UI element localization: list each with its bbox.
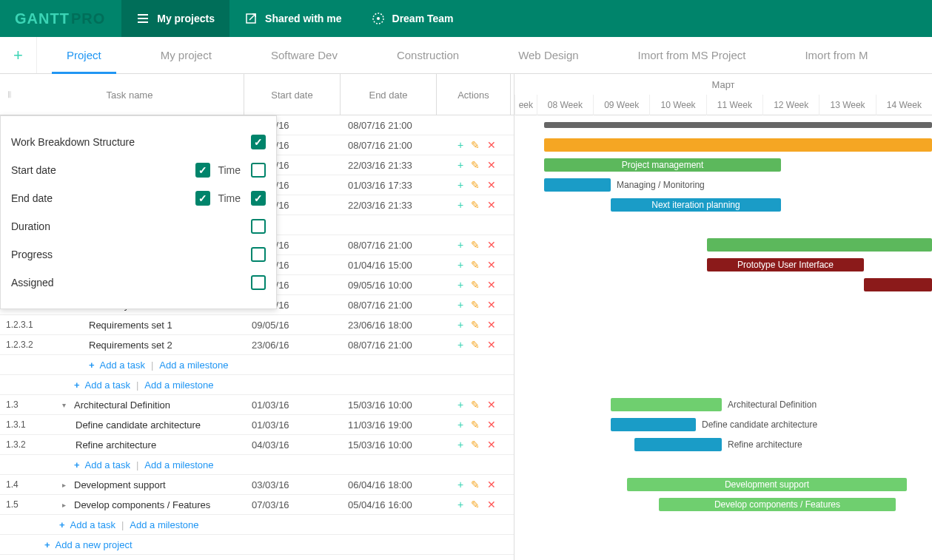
add-subtask-icon[interactable]: + [457, 479, 463, 490]
task-name-cell[interactable]: ▸Develop components / Features [44, 499, 247, 510]
add-subtask-icon[interactable]: + [457, 439, 463, 451]
gantt-bar[interactable]: Architectural Definition [611, 398, 722, 411]
gantt-bar[interactable]: Development support [627, 478, 907, 491]
delete-icon[interactable]: ✕ [487, 339, 496, 351]
add-milestone-link[interactable]: Add a milestone [130, 519, 198, 530]
delete-icon[interactable]: ✕ [487, 319, 496, 331]
delete-icon[interactable]: ✕ [487, 499, 496, 510]
add-task-link[interactable]: + Add a task [74, 379, 130, 391]
edit-icon[interactable]: ✎ [471, 179, 480, 191]
task-name-cell[interactable]: Requirements set 2 [44, 340, 247, 351]
edit-icon[interactable]: ✎ [471, 479, 480, 490]
delete-icon[interactable]: ✕ [487, 179, 496, 191]
task-name-cell[interactable]: Requirements set 1 [44, 320, 247, 331]
delete-icon[interactable]: ✕ [487, 159, 496, 171]
tab-project[interactable]: Project [37, 37, 131, 73]
add-tab-button[interactable]: + [0, 37, 37, 73]
add-task-link[interactable]: + Add a new project [44, 539, 133, 550]
add-milestone-link[interactable]: Add a milestone [159, 360, 228, 371]
edit-icon[interactable]: ✎ [471, 259, 480, 271]
nav-dream-team[interactable]: Dream Team [357, 0, 469, 37]
gantt-bar[interactable] [544, 138, 932, 152]
edit-icon[interactable]: ✎ [471, 279, 480, 291]
checkbox[interactable] [195, 191, 210, 206]
add-subtask-icon[interactable]: + [457, 399, 463, 411]
delete-icon[interactable]: ✕ [487, 259, 496, 271]
add-subtask-icon[interactable]: + [457, 419, 463, 431]
delete-icon[interactable]: ✕ [487, 239, 496, 251]
task-name-cell[interactable]: ▸Development support [44, 479, 247, 490]
checkbox[interactable] [251, 163, 266, 178]
delete-icon[interactable]: ✕ [487, 399, 496, 411]
add-subtask-icon[interactable]: + [457, 179, 463, 191]
edit-icon[interactable]: ✎ [471, 419, 480, 431]
checkbox[interactable] [251, 247, 266, 262]
checkbox[interactable] [251, 219, 266, 234]
edit-icon[interactable]: ✎ [471, 199, 480, 211]
gantt-bar[interactable] [707, 238, 932, 252]
tab-web-design[interactable]: Web Design [489, 37, 608, 73]
add-task-link[interactable]: + Add a task [59, 519, 115, 530]
add-subtask-icon[interactable]: + [457, 259, 463, 271]
add-task-link[interactable]: + Add a task [89, 360, 145, 371]
add-subtask-icon[interactable]: + [457, 499, 463, 510]
checkbox[interactable] [251, 191, 266, 206]
add-subtask-icon[interactable]: + [457, 299, 463, 311]
gantt-bar[interactable]: Refine architecture [634, 438, 722, 451]
add-subtask-icon[interactable]: + [457, 339, 463, 351]
edit-icon[interactable]: ✎ [471, 139, 480, 151]
chevron-down-icon[interactable]: ▾ [62, 401, 71, 409]
checkbox[interactable] [251, 275, 266, 290]
task-name-cell[interactable]: Refine architecture [44, 439, 247, 451]
gantt-bar[interactable]: Next iteration planning [611, 198, 781, 212]
gantt-bar[interactable]: Prototype User Interface [707, 258, 864, 271]
gantt-bar[interactable]: Managing / Monitoring [544, 178, 611, 192]
edit-icon[interactable]: ✎ [471, 299, 480, 311]
delete-icon[interactable]: ✕ [487, 419, 496, 431]
add-subtask-icon[interactable]: + [457, 199, 463, 211]
task-name-cell[interactable]: ▾Architectural Definition [44, 399, 247, 411]
gantt-bar[interactable]: Develop components / Features [659, 498, 896, 511]
delete-icon[interactable]: ✕ [487, 439, 496, 451]
edit-icon[interactable]: ✎ [471, 399, 480, 411]
tab-imort-from-m[interactable]: Imort from M [775, 37, 897, 73]
delete-icon[interactable]: ✕ [487, 139, 496, 151]
delete-icon[interactable]: ✕ [487, 479, 496, 490]
delete-icon[interactable]: ✕ [487, 279, 496, 291]
edit-icon[interactable]: ✎ [471, 159, 480, 171]
delete-icon[interactable]: ✕ [487, 199, 496, 211]
edit-icon[interactable]: ✎ [471, 319, 480, 331]
add-task-link[interactable]: + Add a task [74, 459, 130, 470]
add-milestone-link[interactable]: Add a milestone [144, 459, 213, 470]
gantt-bar[interactable]: Define candidate architecture [611, 418, 696, 431]
chevron-right-icon[interactable]: ▸ [62, 501, 71, 509]
gantt-bar[interactable] [544, 122, 932, 128]
edit-icon[interactable]: ✎ [471, 439, 480, 451]
gantt-bar[interactable]: Project management [544, 158, 781, 172]
nav-shared-with-me[interactable]: Shared with me [229, 0, 356, 37]
tab-imort-from-ms-project[interactable]: Imort from MS Project [609, 37, 776, 73]
grid-header: ⦀ Task name Start date End date Actions [0, 74, 514, 115]
tab-my-project[interactable]: My project [131, 37, 241, 73]
checkbox[interactable] [195, 163, 210, 178]
chevron-right-icon[interactable]: ▸ [62, 481, 71, 489]
tab-construction[interactable]: Construction [367, 37, 489, 73]
add-subtask-icon[interactable]: + [457, 159, 463, 171]
edit-icon[interactable]: ✎ [471, 339, 480, 351]
delete-icon[interactable]: ✕ [487, 299, 496, 311]
edit-icon[interactable]: ✎ [471, 499, 480, 510]
nav-my-projects[interactable]: My projects [121, 0, 229, 37]
gantt-bar-label: Managing / Monitoring [617, 180, 705, 190]
add-milestone-link[interactable]: Add a milestone [144, 379, 213, 391]
tab-software-dev[interactable]: Software Dev [241, 37, 367, 73]
add-subtask-icon[interactable]: + [457, 279, 463, 291]
drag-handle-icon[interactable]: ⦀ [7, 89, 16, 101]
task-name-cell[interactable]: Define candidate architecture [44, 419, 247, 431]
checkbox[interactable] [251, 135, 266, 149]
gantt-bar[interactable] [864, 278, 932, 291]
week-header: 08 Week [537, 95, 593, 115]
add-subtask-icon[interactable]: + [457, 239, 463, 251]
add-subtask-icon[interactable]: + [457, 319, 463, 331]
add-subtask-icon[interactable]: + [457, 139, 463, 151]
edit-icon[interactable]: ✎ [471, 239, 480, 251]
